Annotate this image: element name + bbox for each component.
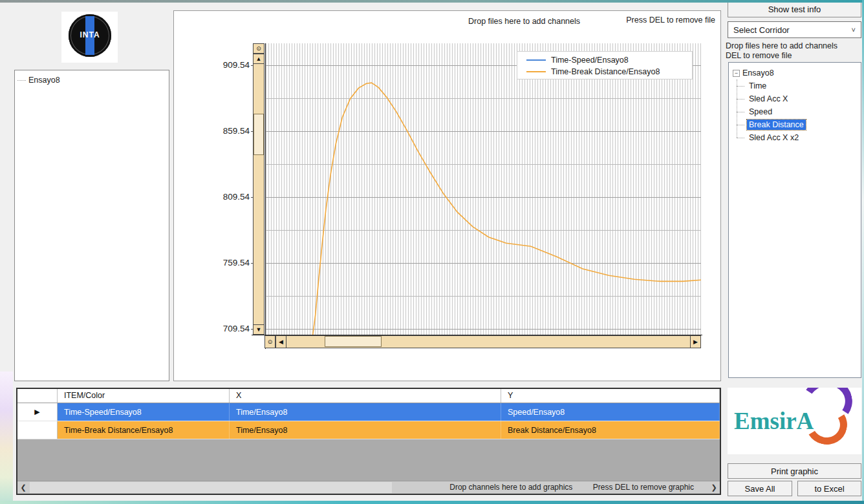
to-excel-button[interactable]: to Excel (797, 481, 861, 496)
channel-tree-item-time[interactable]: Time (737, 79, 858, 92)
channels-hint-line1: Drop files here to add channels (726, 41, 863, 51)
chevron-down-icon: ˅ (852, 26, 856, 34)
file-tree-panel[interactable]: Ensayo8 (14, 70, 169, 381)
column-header-x[interactable]: X (230, 389, 501, 403)
table-scroll-left-icon[interactable]: ❮ (17, 481, 29, 494)
channel-tree-item-speed[interactable]: Speed (737, 105, 858, 118)
table-header-row[interactable]: ITEM/Color X Y (17, 389, 720, 403)
row-selector-header[interactable] (17, 389, 58, 403)
row-selector-cell[interactable]: ▶ (17, 403, 58, 421)
show-test-info-button[interactable]: Show test info (728, 1, 861, 17)
h-zoom-button[interactable]: ⊙ (265, 335, 275, 348)
inta-logo-text: INTA (69, 30, 111, 39)
chart-drop-hint: Drop files here to add channels (468, 17, 580, 26)
tree-connector-line (737, 79, 737, 138)
chart-vertical-scrollbar[interactable]: ⊙ ▲ ▼ (253, 43, 265, 335)
tree-connector (737, 99, 744, 100)
inta-logo-circle: INTA (69, 14, 111, 57)
file-tree-item-label: Ensayo8 (28, 76, 60, 85)
channel-tree-item-label: Sled Acc X x2 (747, 132, 801, 143)
tree-connector (737, 138, 744, 138)
channel-tree-panel[interactable]: −Ensayo8TimeSled Acc XSpeedBreak Distanc… (728, 62, 861, 378)
row-selector-cell[interactable] (17, 421, 58, 439)
legend-label: Time-Break Distance/Ensayo8 (551, 67, 660, 76)
table-drop-hint: Drop channels here to add graphics (449, 483, 572, 492)
v-scroll-down-button[interactable]: ▼ (253, 324, 265, 335)
inta-logo: INTA (61, 12, 118, 63)
save-all-button[interactable]: Save All (728, 481, 792, 496)
chart-legend: Time-Speed/Ensayo8Time-Break Distance/En… (517, 51, 693, 79)
chart-del-hint: Press DEL to remove file (626, 16, 715, 25)
wallpaper-edge-left (0, 372, 13, 501)
cell-y[interactable]: Break Distance/Ensayo8 (501, 421, 720, 439)
cell-x[interactable]: Time/Ensayo8 (230, 421, 501, 439)
h-scroll-left-button[interactable]: ◀ (275, 335, 286, 348)
emsira-logo-text: EmsirA (734, 407, 814, 435)
collapse-icon[interactable]: − (733, 70, 740, 77)
channel-tree-item-label: Sled Acc X (747, 94, 790, 104)
tree-connector (737, 125, 744, 125)
channels-hint-line2: DEL to remove file (726, 51, 863, 61)
channel-tree-children: TimeSled Acc XSpeedBreak DistanceSled Ac… (737, 79, 858, 144)
chart-horizontal-scrollbar[interactable]: ⊙ ◀ ▶ (265, 335, 701, 348)
corridor-select-value: Select Corridor (733, 25, 790, 35)
channel-tree-item-label: Speed (747, 107, 774, 117)
table-del-hint: Press DEL to remove graphic (593, 483, 694, 492)
legend-swatch (526, 59, 546, 61)
corridor-select[interactable]: Select Corridor ˅ (728, 21, 861, 38)
y-tick-label: 859.54 (210, 126, 250, 136)
channel-tree-item-label: Time (747, 81, 768, 91)
h-scroll-thumb[interactable] (325, 336, 382, 347)
legend-entry: Time-Break Distance/Ensayo8 (526, 66, 692, 78)
file-tree-item-ensayo8[interactable]: Ensayo8 (17, 74, 166, 87)
channel-tree-item-sled-acc-x-x2[interactable]: Sled Acc X x2 (737, 131, 858, 144)
cell-x[interactable]: Time/Ensayo8 (230, 403, 501, 421)
v-scroll-thumb[interactable] (254, 114, 264, 155)
table-horizontal-scrollbar[interactable]: ❮ Drop channels here to add graphics Pre… (17, 481, 720, 494)
chart-panel[interactable]: Drop files here to add channels Press DE… (173, 10, 721, 381)
legend-entry: Time-Speed/Ensayo8 (526, 54, 692, 66)
chart-curves (266, 43, 701, 335)
print-graphic-button[interactable]: Print graphic (728, 463, 861, 479)
channels-hint-label: Drop files here to add channels DEL to r… (726, 41, 863, 61)
tree-connector (737, 86, 744, 87)
column-header-y[interactable]: Y (501, 389, 720, 403)
table-scroll-right-icon[interactable]: ❯ (708, 481, 720, 494)
y-tick-label: 909.54 (210, 60, 250, 70)
wallpaper-edge-top (0, 0, 864, 3)
legend-swatch (526, 71, 546, 72)
cell-item[interactable]: Time-Speed/Ensayo8 (58, 403, 230, 421)
tree-connector (737, 112, 744, 112)
channel-tree-item-label: Break Distance (747, 120, 806, 130)
table-row[interactable]: ▶Time-Speed/Ensayo8Time/Ensayo8Speed/Ens… (17, 403, 720, 421)
wallpaper-edge-bottom (0, 501, 864, 504)
channel-tree-item-sled-acc-x[interactable]: Sled Acc X (737, 92, 858, 105)
table-status-text: Drop channels here to add graphics Press… (449, 483, 694, 492)
y-tick-label: 709.54 (210, 324, 250, 333)
y-tick-label: 809.54 (210, 192, 250, 202)
emsira-logo: EmsirA (728, 388, 861, 454)
column-header-item[interactable]: ITEM/Color (58, 389, 230, 403)
tree-connector (17, 80, 26, 81)
cell-item[interactable]: Time-Break Distance/Ensayo8 (58, 421, 230, 439)
graphics-table[interactable]: ITEM/Color X Y ▶Time-Speed/Ensayo8Time/E… (16, 388, 721, 495)
table-row[interactable]: Time-Break Distance/Ensayo8Time/Ensayo8B… (17, 421, 720, 439)
legend-label: Time-Speed/Ensayo8 (551, 56, 629, 65)
h-scroll-right-button[interactable]: ▶ (690, 335, 701, 348)
channel-tree-root[interactable]: −Ensayo8 (731, 67, 858, 79)
table-scroll-thumb[interactable] (30, 482, 392, 493)
channel-tree-item-break-distance[interactable]: Break Distance (737, 118, 858, 131)
cell-y[interactable]: Speed/Ensayo8 (501, 403, 720, 421)
v-zoom-button[interactable]: ⊙ (253, 43, 265, 54)
y-tick-label: 759.54 (210, 258, 250, 268)
v-scroll-up-button[interactable]: ▲ (253, 54, 265, 64)
channel-tree-root-label: Ensayo8 (742, 68, 774, 78)
